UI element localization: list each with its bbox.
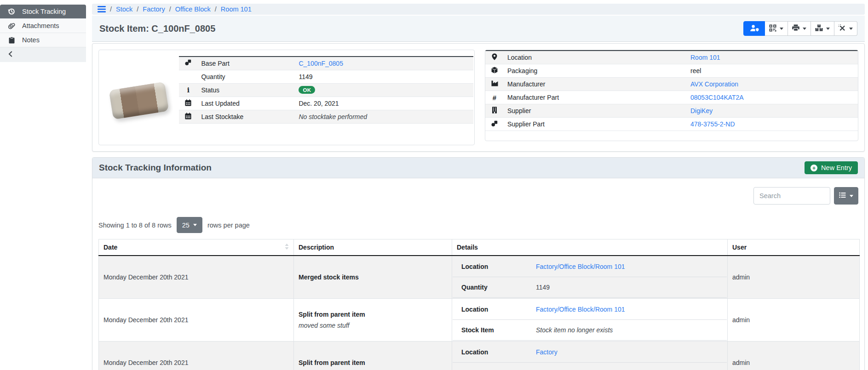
main-content: / Stock / Factory / Office Block / Room … bbox=[92, 0, 865, 370]
field-label: Packaging bbox=[504, 64, 687, 78]
location-link[interactable]: Room 101 bbox=[690, 54, 720, 61]
table-row: Supplier Part 478-3755-2-ND bbox=[485, 118, 858, 131]
sidebar-collapse-button[interactable] bbox=[0, 47, 86, 62]
barcode-actions-button[interactable] bbox=[765, 21, 788, 36]
row-description: Merged stock items bbox=[299, 273, 447, 281]
detail-row: Location Factory/Office Block/Room 101 bbox=[453, 256, 727, 277]
detail-label: Location bbox=[461, 306, 536, 313]
sidebar: Stock Tracking Attachments Notes bbox=[0, 5, 86, 62]
admin-button[interactable] bbox=[743, 21, 765, 36]
detail-location-link[interactable]: Factory/Office Block/Room 101 bbox=[536, 263, 625, 270]
stock-tracking-card: Stock Tracking Information + New Entry S… bbox=[92, 157, 865, 370]
detail-location-link[interactable]: Factory/Office Block/Room 101 bbox=[536, 306, 625, 313]
row-date: Monday December 20th 2021 bbox=[99, 342, 294, 370]
breadcrumb-link-stock[interactable]: Stock bbox=[116, 6, 132, 13]
manufacturer-link[interactable]: AVX Corporation bbox=[690, 80, 738, 88]
chevron-down-icon bbox=[826, 28, 830, 30]
sort-icon bbox=[285, 244, 289, 251]
detail-label: Quantity bbox=[461, 284, 536, 291]
base-part-link[interactable]: C_100nF_0805 bbox=[299, 60, 343, 67]
history-icon bbox=[7, 8, 16, 15]
column-header-description[interactable]: Description bbox=[294, 239, 452, 256]
boxes-icon bbox=[815, 24, 823, 33]
user-shield-icon bbox=[750, 24, 759, 33]
rows-per-page-text: rows per page bbox=[207, 222, 250, 229]
tracking-row[interactable]: Monday December 20th 2021 Split from par… bbox=[99, 342, 860, 370]
sidebar-item-attachments[interactable]: Attachments bbox=[0, 19, 86, 33]
search-input[interactable] bbox=[753, 187, 830, 205]
row-note: moved some stuff bbox=[299, 322, 447, 329]
last-updated-value: Dec. 20, 2021 bbox=[295, 97, 473, 110]
table-row: # Manufacturer Part 08053C104KAT2A bbox=[485, 91, 858, 104]
field-label: Manufacturer bbox=[504, 78, 687, 91]
info-icon: i bbox=[179, 83, 197, 97]
detail-label: Stock Item bbox=[461, 326, 536, 334]
chevron-left-icon bbox=[8, 51, 13, 58]
showing-rows-text: Showing 1 to 8 of 8 rows bbox=[98, 222, 172, 229]
capacitor-image bbox=[109, 81, 169, 119]
breadcrumb: / Stock / Factory / Office Block / Room … bbox=[92, 4, 865, 15]
menu-icon[interactable] bbox=[98, 6, 106, 12]
detail-location-link[interactable]: Factory bbox=[536, 348, 558, 356]
table-row: Quantity 1149 bbox=[179, 70, 473, 83]
breadcrumb-link-factory[interactable]: Factory bbox=[143, 6, 165, 13]
title-bar: Stock Item: C_100nF_0805 bbox=[92, 16, 865, 42]
columns-dropdown-button[interactable] bbox=[834, 187, 858, 205]
chevron-down-icon bbox=[780, 28, 783, 30]
row-user: admin bbox=[728, 256, 860, 299]
stock-item-details-card: Base Part C_100nF_0805 Quantity 1149 i S… bbox=[92, 43, 865, 152]
factory-icon bbox=[485, 78, 504, 91]
breadcrumb-link-room-101[interactable]: Room 101 bbox=[221, 6, 252, 13]
row-user: admin bbox=[728, 299, 860, 342]
manufacturer-part-link[interactable]: 08053C104KAT2A bbox=[690, 94, 744, 101]
table-row: Base Part C_100nF_0805 bbox=[179, 57, 473, 70]
table-row: Last Stocktake No stocktake performed bbox=[179, 110, 473, 123]
chevron-down-icon bbox=[193, 224, 197, 226]
table-row: Location Room 101 bbox=[485, 51, 858, 64]
sidebar-item-notes[interactable]: Notes bbox=[0, 33, 86, 47]
field-label: Base Part bbox=[197, 57, 295, 70]
column-header-user[interactable]: User bbox=[728, 239, 860, 256]
field-label: Location bbox=[504, 51, 687, 64]
stock-item-actions-button[interactable] bbox=[834, 21, 857, 36]
column-header-details[interactable]: Details bbox=[452, 239, 728, 256]
detail-value: 1149 bbox=[536, 284, 550, 291]
breadcrumb-link-office-block[interactable]: Office Block bbox=[175, 6, 211, 13]
breadcrumb-separator: / bbox=[169, 6, 171, 13]
stock-actions-button[interactable] bbox=[811, 21, 834, 36]
sidebar-item-stock-tracking[interactable]: Stock Tracking bbox=[0, 5, 86, 19]
item-summary-table: Base Part C_100nF_0805 Quantity 1149 i S… bbox=[179, 56, 473, 124]
new-entry-label: New Entry bbox=[821, 164, 852, 171]
field-label: Supplier Part bbox=[504, 118, 687, 131]
quantity-value: 1149 bbox=[295, 70, 473, 83]
supplier-part-link[interactable]: 478-3755-2-ND bbox=[690, 120, 735, 128]
supplier-link[interactable]: DigiKey bbox=[690, 107, 713, 114]
new-entry-button[interactable]: + New Entry bbox=[805, 161, 858, 174]
tracking-row[interactable]: Monday December 20th 2021 Merged stock i… bbox=[99, 256, 860, 299]
item-sourcing-table: Location Room 101 Packaging reel Manufac… bbox=[485, 50, 858, 131]
page-size-dropdown[interactable]: 25 bbox=[177, 217, 202, 233]
tracking-row[interactable]: Monday December 20th 2021 Split from par… bbox=[99, 299, 860, 342]
plus-circle-icon: + bbox=[811, 165, 817, 171]
table-row: Packaging reel bbox=[485, 64, 858, 78]
stock-item-toolbar bbox=[743, 21, 857, 36]
chevron-down-icon bbox=[849, 28, 853, 30]
detail-label: Location bbox=[461, 263, 536, 270]
page-title: Stock Item: C_100nF_0805 bbox=[99, 23, 215, 34]
list-columns-icon bbox=[839, 192, 846, 199]
detail-row: Location Factory/Office Block/Room 101 bbox=[453, 299, 727, 320]
tracking-table: Date Description Details User Monday Dec… bbox=[98, 239, 860, 370]
field-label: Last Updated bbox=[197, 97, 295, 110]
calendar-icon bbox=[179, 97, 197, 110]
column-header-date[interactable]: Date bbox=[99, 239, 294, 256]
detail-row: Stock Item Stock item no longer exists bbox=[453, 363, 727, 370]
tools-icon bbox=[839, 24, 846, 33]
panel-title: Stock Tracking Information bbox=[99, 163, 212, 173]
clipboard-icon bbox=[7, 37, 16, 44]
qrcode-icon bbox=[769, 24, 776, 33]
calendar-icon bbox=[179, 110, 197, 123]
row-description: Split from parent item bbox=[299, 359, 447, 366]
detail-label: Location bbox=[461, 348, 536, 356]
print-actions-button[interactable] bbox=[788, 21, 811, 36]
detail-value: Stock item no longer exists bbox=[536, 326, 613, 334]
